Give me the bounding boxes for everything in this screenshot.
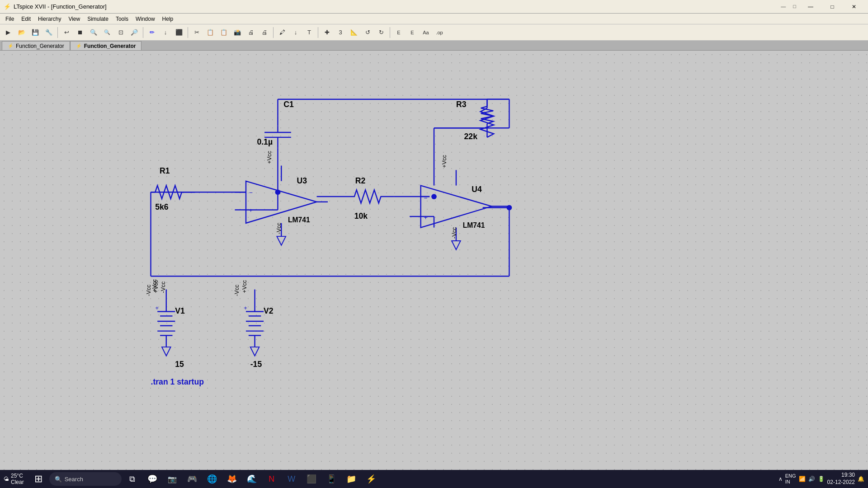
tab-label-1: Function_Generator (16, 43, 64, 49)
tb-e1[interactable]: E (392, 26, 405, 39)
menu-tools[interactable]: Tools (112, 15, 132, 23)
files-btn[interactable]: 📁 (342, 470, 360, 488)
camera-app-btn[interactable]: 📷 (163, 470, 181, 488)
tb-e2[interactable]: E (406, 26, 419, 39)
show-hidden-icon[interactable]: ∧ (778, 476, 783, 482)
store-icon: 🎮 (187, 474, 197, 484)
tb-junction[interactable]: ⬛ (173, 26, 185, 39)
tb-text[interactable]: T (303, 26, 316, 39)
tb-undo-back[interactable]: ↩ (60, 26, 73, 39)
camera-icon: 📷 (168, 475, 177, 483)
svg-text:U4: U4 (472, 185, 482, 194)
svg-text:C1: C1 (283, 100, 294, 109)
browser-icon: 🌐 (207, 474, 217, 484)
netflix-btn[interactable]: N (263, 470, 281, 488)
tb-zoom-sel[interactable]: 🔎 (128, 26, 141, 39)
search-icon: 🔍 (55, 476, 62, 483)
search-label: Search (65, 476, 83, 483)
svg-text:-Vcc: -Vcc (160, 281, 166, 293)
taskbar-search[interactable]: 🔍 Search (49, 472, 122, 486)
tb-copy[interactable]: 📋 (204, 26, 217, 39)
svg-text:-Vcc: -Vcc (275, 222, 282, 234)
menu-simulate[interactable]: Simulate (84, 15, 112, 23)
word-btn[interactable]: W (283, 470, 301, 488)
start-button[interactable]: ⊞ (29, 470, 47, 488)
menu-file[interactable]: File (2, 15, 18, 23)
tb-open[interactable]: 📂 (15, 26, 28, 39)
svg-text:5k6: 5k6 (155, 202, 169, 211)
svg-text:+Vcc: +Vcc (266, 150, 273, 164)
chat-app-btn[interactable]: 💬 (143, 470, 161, 488)
battery-icon[interactable]: 🔋 (818, 476, 825, 482)
tb-cut[interactable]: ✂ (190, 26, 203, 39)
chat-icon: 💬 (147, 474, 157, 484)
tb-save[interactable]: 💾 (29, 26, 42, 39)
close-btn[interactable]: ✕ (844, 0, 864, 14)
svg-text:15: 15 (175, 360, 184, 369)
tb-wire[interactable]: ✏ (146, 26, 158, 39)
clock[interactable]: 19:30 02-12-2022 (827, 472, 855, 486)
whatsapp-icon: 📱 (326, 474, 336, 484)
menu-view[interactable]: View (65, 15, 84, 23)
svg-text:0.1µ: 0.1µ (257, 137, 273, 146)
sep2 (143, 27, 143, 38)
tb-zoom-out[interactable]: 🔍 (101, 26, 113, 39)
temperature: 25°C (11, 473, 24, 479)
schematic-svg: C1 0.1µ R1 5k6 R2 10k R3 22k (0, 51, 868, 470)
tb-halt[interactable]: ⏹ (74, 26, 86, 39)
svg-text:R3: R3 (456, 100, 467, 109)
taskbar: 🌤 25°C Clear ⊞ 🔍 Search ⧉ 💬 📷 🎮 🌐 🦊 🌊 N (0, 470, 868, 488)
tb-paste[interactable]: 📋 (217, 26, 230, 39)
menu-window[interactable]: Window (132, 15, 159, 23)
whatsapp-btn[interactable]: 📱 (322, 470, 340, 488)
locale-indicator: ENG IN (785, 473, 796, 485)
tab-function-generator-2[interactable]: ⚡ Function_Generator (70, 41, 142, 50)
tab-icon-1: ⚡ (8, 43, 13, 48)
maximize-btn[interactable]: □ (822, 0, 843, 14)
tb-zoom-in[interactable]: 🔍 (87, 26, 100, 39)
ltspice-taskbar-btn[interactable]: ⚡ (362, 470, 380, 488)
language: ENG (785, 473, 796, 479)
svg-text:−: − (249, 189, 253, 196)
tb-print1[interactable]: 🖨 (245, 26, 257, 39)
sep5 (318, 27, 318, 38)
tb-zoom-fit[interactable]: ⊡ (114, 26, 127, 39)
browser-btn[interactable]: 🌐 (203, 470, 221, 488)
menu-hierarchy[interactable]: Hierarchy (34, 15, 65, 23)
wifi-icon[interactable]: 📶 (799, 476, 806, 482)
app-maximize-btn[interactable]: □ (790, 0, 799, 13)
window-title: LTspice XVII - [Function_Generator] (14, 3, 107, 10)
tb-rotate-cw[interactable]: ↻ (375, 26, 387, 39)
tb-op[interactable]: .op (433, 26, 446, 39)
tb-angle[interactable]: 📐 (348, 26, 360, 39)
svg-text:-Vcc: -Vcc (451, 227, 458, 239)
svg-text:-15: -15 (250, 360, 262, 369)
tb-settings[interactable]: 🔧 (42, 26, 55, 39)
notifications-icon[interactable]: 🔔 (858, 476, 864, 482)
app-minimize-btn[interactable]: — (778, 0, 789, 13)
store-app-btn[interactable]: 🎮 (183, 470, 201, 488)
tb-rotate-ccw[interactable]: ↺ (361, 26, 374, 39)
tb-aa[interactable]: Aa (420, 26, 432, 39)
svg-text:LM741: LM741 (463, 221, 485, 229)
tb-snapshot[interactable]: 📸 (231, 26, 244, 39)
schematic-canvas[interactable]: C1 0.1µ R1 5k6 R2 10k R3 22k (0, 51, 868, 470)
task-view-btn[interactable]: ⧉ (123, 470, 142, 488)
tb-num3[interactable]: 3 (334, 26, 347, 39)
minimize-btn[interactable]: — (800, 0, 821, 14)
tb-run[interactable]: ▶ (2, 26, 14, 39)
tb-print2[interactable]: 🖨 (258, 26, 271, 39)
edge-btn[interactable]: 🌊 (243, 470, 261, 488)
svg-text:U3: U3 (297, 176, 307, 185)
tb-arrow-down[interactable]: ↓ (289, 26, 302, 39)
menu-edit[interactable]: Edit (18, 15, 34, 23)
firefox-btn[interactable]: 🦊 (223, 470, 241, 488)
tb-add[interactable]: ✚ (321, 26, 333, 39)
menu-help[interactable]: Help (159, 15, 177, 23)
tb-pen[interactable]: 🖍 (276, 26, 288, 39)
terminal-btn[interactable]: ⬛ (302, 470, 321, 488)
tb-net[interactable]: ↓ (159, 26, 172, 39)
sound-icon[interactable]: 🔊 (808, 476, 815, 482)
svg-marker-59 (452, 241, 461, 250)
tab-function-generator-1[interactable]: ⚡ Function_Generator (2, 41, 70, 50)
